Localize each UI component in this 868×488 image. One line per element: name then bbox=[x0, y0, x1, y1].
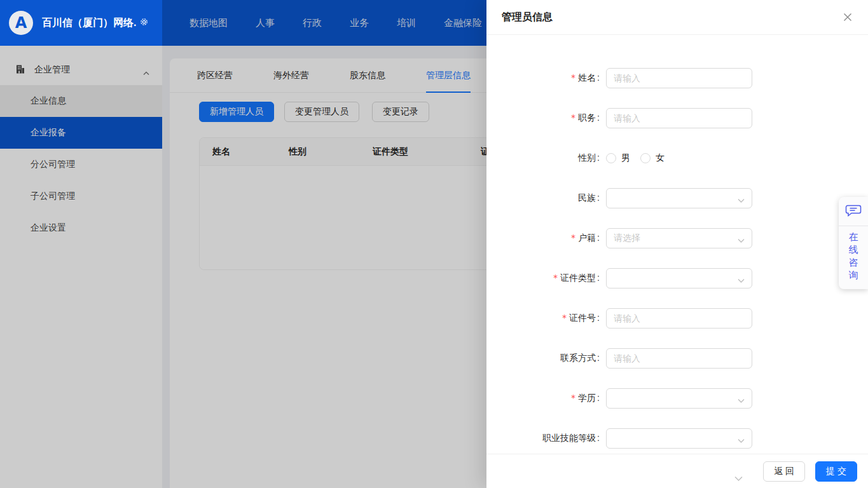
select-placeholder: 请选择 bbox=[614, 233, 640, 244]
form-field-skill-level: 职业技能等级 bbox=[486, 428, 868, 449]
back-button[interactable]: 返 回 bbox=[763, 461, 805, 482]
ethnicity-select[interactable] bbox=[606, 188, 752, 208]
logo-letter: A bbox=[15, 14, 27, 32]
chevron-down-icon bbox=[738, 275, 745, 285]
form-field-education: 学历 bbox=[486, 388, 868, 409]
drawer-form: 姓名 职务 性别 男 女 民族 bbox=[486, 36, 868, 454]
form-field-gender: 性别 男 女 bbox=[486, 148, 868, 168]
radio-male-label: 男 bbox=[621, 152, 630, 164]
radio-female-label: 女 bbox=[656, 152, 665, 164]
chevron-down-icon bbox=[738, 195, 745, 205]
drawer-header: 管理员信息 bbox=[486, 0, 868, 35]
form-field-ethnicity: 民族 bbox=[486, 188, 868, 208]
form-field-contact: 联系方式 bbox=[486, 348, 868, 369]
gear-icon[interactable] bbox=[139, 17, 149, 29]
online-consult-label: 在线咨询 bbox=[848, 231, 858, 281]
chevron-down-icon bbox=[738, 395, 745, 405]
ethnicity-label: 民族 bbox=[486, 193, 601, 204]
radio-circle-icon bbox=[606, 153, 616, 163]
id-number-input[interactable] bbox=[606, 308, 752, 329]
close-icon[interactable] bbox=[841, 11, 854, 24]
submit-button[interactable]: 提 交 bbox=[815, 461, 857, 482]
gender-label: 性别 bbox=[486, 152, 601, 164]
form-field-household: 户籍 请选择 bbox=[486, 228, 868, 248]
household-label: 户籍 bbox=[486, 233, 601, 244]
form-field-id-number: 证件号 bbox=[486, 308, 868, 329]
radio-circle-icon bbox=[640, 153, 651, 163]
radio-female[interactable]: 女 bbox=[640, 152, 665, 164]
name-input[interactable] bbox=[606, 68, 752, 88]
form-field-name: 姓名 bbox=[486, 68, 868, 88]
gender-radio-group: 男 女 bbox=[606, 152, 665, 164]
admin-info-drawer: 管理员信息 姓名 职务 性别 男 女 bbox=[486, 0, 868, 488]
chevron-down-icon bbox=[738, 235, 745, 245]
company-logo-icon: A bbox=[9, 11, 33, 35]
id-type-label: 证件类型 bbox=[486, 273, 601, 284]
header-logo-block: A 百川信（厦门）网络... bbox=[0, 0, 162, 46]
skill-level-select[interactable] bbox=[606, 428, 752, 449]
position-input[interactable] bbox=[606, 108, 752, 128]
divider bbox=[839, 226, 868, 226]
contact-label: 联系方式 bbox=[486, 353, 601, 364]
chevron-down-icon bbox=[734, 473, 743, 484]
id-number-label: 证件号 bbox=[486, 313, 601, 324]
chevron-down-icon bbox=[738, 435, 745, 445]
household-select[interactable]: 请选择 bbox=[606, 228, 752, 248]
name-label: 姓名 bbox=[486, 72, 601, 84]
form-field-id-type: 证件类型 bbox=[486, 268, 868, 288]
radio-male[interactable]: 男 bbox=[606, 152, 630, 164]
contact-input[interactable] bbox=[606, 348, 752, 369]
education-label: 学历 bbox=[486, 393, 601, 404]
company-name: 百川信（厦门）网络... bbox=[42, 17, 136, 30]
online-consult-widget[interactable]: 在线咨询 bbox=[839, 197, 868, 289]
drawer-footer: 返 回 提 交 bbox=[486, 454, 868, 488]
position-label: 职务 bbox=[486, 112, 601, 124]
education-select[interactable] bbox=[606, 388, 752, 409]
id-type-select[interactable] bbox=[606, 268, 752, 288]
chat-bubble-icon bbox=[845, 204, 862, 220]
skill-level-label: 职业技能等级 bbox=[486, 433, 601, 444]
form-field-position: 职务 bbox=[486, 108, 868, 128]
drawer-title: 管理员信息 bbox=[502, 11, 553, 24]
